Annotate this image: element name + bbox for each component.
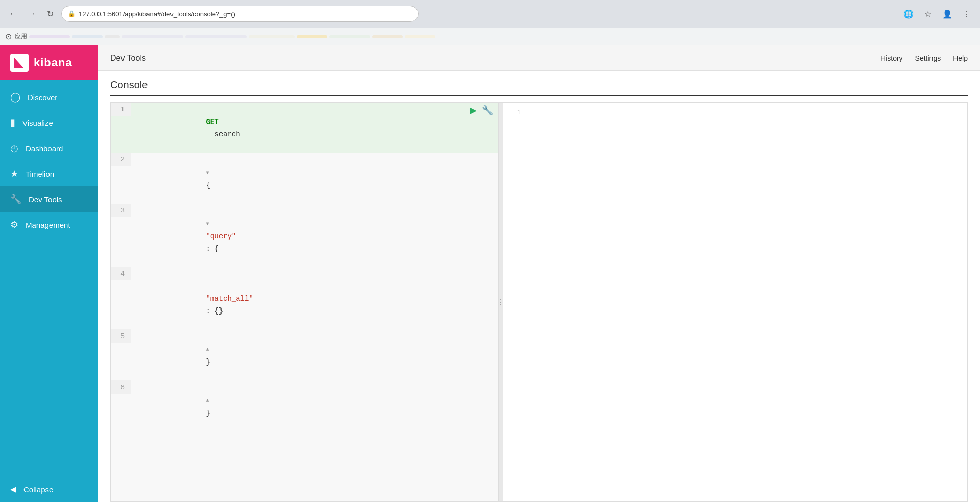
wrench-button[interactable]: 🔧 [481, 105, 494, 116]
fold-2[interactable]: ▼ [206, 170, 209, 176]
line-content-2: ▼ { [131, 153, 210, 204]
match-all-key: "match_all" [206, 295, 253, 303]
devtools-icon: 🔧 [10, 194, 21, 205]
bookmark-item-3[interactable] [105, 35, 120, 38]
editor-content[interactable]: 1 GET _search ▶ 🔧 2 [111, 103, 498, 501]
bookmark-item-4[interactable] [122, 35, 183, 38]
account-button[interactable]: 👤 [940, 7, 954, 21]
bookmark-item-1[interactable] [29, 35, 70, 38]
visualize-label: Visualize [22, 118, 53, 127]
sidebar-nav: ◯ Discover ▮ Visualize ◴ Dashboard ★ Tim… [0, 80, 98, 476]
colon: : { [206, 245, 218, 253]
bookmark-button[interactable]: ☆ [921, 7, 935, 21]
get-keyword: GET [206, 118, 218, 126]
line-content-5: ▲ } [131, 329, 210, 380]
editor-line-4: 4 "match_all" : {} [111, 267, 498, 329]
bookmarks-bar: ⊙ 应用 [0, 28, 980, 45]
apps-label: 应用 [15, 32, 27, 41]
output-line-content-1 [527, 107, 531, 119]
fold-5[interactable]: ▲ [206, 347, 209, 352]
bookmark-item-7[interactable] [297, 35, 327, 38]
history-link[interactable]: History [880, 54, 903, 62]
sidebar-item-discover[interactable]: ◯ Discover [0, 84, 98, 110]
main-content: Dev Tools History Settings Help Console … [98, 45, 980, 502]
collapse-label: Collapse [23, 485, 53, 494]
line-number-3: 3 [111, 204, 131, 217]
sidebar-item-devtools[interactable]: 🔧 Dev Tools [0, 186, 98, 212]
fold-3[interactable]: ▼ [206, 221, 209, 227]
panels-container: 1 GET _search ▶ 🔧 2 [110, 102, 968, 502]
lock-icon: 🔒 [68, 10, 76, 17]
panel-divider[interactable]: ⋮ [499, 103, 503, 501]
output-panel: 1 [503, 103, 967, 501]
help-link[interactable]: Help [953, 54, 968, 62]
logo-text: kibana [34, 56, 72, 69]
output-content: 1 [503, 103, 967, 501]
collapse-icon: ◀ [10, 485, 16, 494]
back-button[interactable]: ← [6, 7, 20, 21]
line-number-2: 2 [111, 153, 131, 166]
bookmark-item-5[interactable] [185, 35, 247, 38]
url-text: 127.0.0.1:5601/app/kibana#/dev_tools/con… [79, 10, 235, 18]
bookmark-item-9[interactable] [372, 35, 403, 38]
run-button[interactable]: ▶ [469, 105, 478, 116]
management-label: Management [26, 221, 70, 229]
app-container: kibana ◯ Discover ▮ Visualize ◴ Dashboar… [0, 45, 980, 502]
editor-line-2: 2 ▼ { [111, 153, 498, 204]
logo[interactable]: kibana [0, 45, 98, 80]
devtools-label: Dev Tools [29, 195, 62, 204]
bookmark-item-10[interactable] [405, 35, 435, 38]
line-content-1: GET _search [131, 103, 240, 153]
kibana-logo-icon [10, 54, 29, 72]
bookmark-item-8[interactable] [329, 35, 370, 38]
editor-line-1: 1 GET _search ▶ 🔧 [111, 103, 498, 153]
bookmark-apps-icon[interactable]: ⊙ 应用 [5, 32, 27, 41]
editor-line-6: 6 ▲ } [111, 380, 498, 432]
editor-line-5: 5 ▲ } [111, 329, 498, 380]
bookmark-item-6[interactable] [249, 35, 295, 38]
query-key: "query" [206, 232, 236, 241]
fold-6[interactable]: ▲ [206, 398, 209, 403]
browser-actions: 🌐 ☆ 👤 ⋮ [901, 7, 974, 21]
line-number-6: 6 [111, 380, 131, 394]
sidebar-item-timelion[interactable]: ★ Timelion [0, 161, 98, 186]
outer-brace-close: } [206, 409, 210, 417]
line-actions: ▶ 🔧 [469, 105, 494, 116]
discover-icon: ◯ [10, 91, 20, 103]
input-panel[interactable]: 1 GET _search ▶ 🔧 2 [111, 103, 499, 501]
bookmark-item-2[interactable] [72, 35, 103, 38]
translate-button[interactable]: 🌐 [901, 7, 916, 21]
timelion-icon: ★ [10, 168, 18, 179]
line-content-3: ▼ "query" : { [131, 204, 236, 267]
browser-chrome: ← → ↻ 🔒 127.0.0.1:5601/app/kibana#/dev_t… [0, 0, 980, 28]
dashboard-label: Dashboard [26, 144, 63, 153]
forward-button[interactable]: → [24, 7, 39, 21]
top-bar-actions: History Settings Help [880, 54, 968, 62]
management-icon: ⚙ [10, 219, 18, 230]
sidebar-item-visualize[interactable]: ▮ Visualize [0, 110, 98, 135]
brace-open: { [206, 181, 210, 189]
console-title: Console [110, 79, 968, 96]
discover-label: Discover [28, 93, 57, 102]
dashboard-icon: ◴ [10, 142, 18, 154]
line-number-4: 4 [111, 267, 131, 280]
match-all-val: : {} [206, 307, 223, 315]
page-title: Dev Tools [110, 54, 880, 63]
editor-line-3: 3 ▼ "query" : { [111, 204, 498, 267]
output-line-number-1: 1 [507, 107, 527, 119]
inner-brace-close: } [206, 358, 210, 366]
collapse-button[interactable]: ◀ Collapse [0, 476, 98, 502]
endpoint-text: _search [206, 130, 240, 138]
sidebar-item-dashboard[interactable]: ◴ Dashboard [0, 135, 98, 161]
line-number-5: 5 [111, 329, 131, 343]
sidebar: kibana ◯ Discover ▮ Visualize ◴ Dashboar… [0, 45, 98, 502]
console-area: Console 1 GET _search [98, 71, 980, 502]
settings-link[interactable]: Settings [915, 54, 941, 62]
timelion-label: Timelion [26, 170, 54, 178]
line-content-4: "match_all" : {} [131, 267, 253, 329]
address-bar[interactable]: 🔒 127.0.0.1:5601/app/kibana#/dev_tools/c… [61, 6, 419, 22]
line-number-1: 1 [111, 103, 131, 116]
sidebar-item-management[interactable]: ⚙ Management [0, 212, 98, 237]
menu-button[interactable]: ⋮ [960, 7, 974, 21]
refresh-button[interactable]: ↻ [43, 7, 57, 21]
